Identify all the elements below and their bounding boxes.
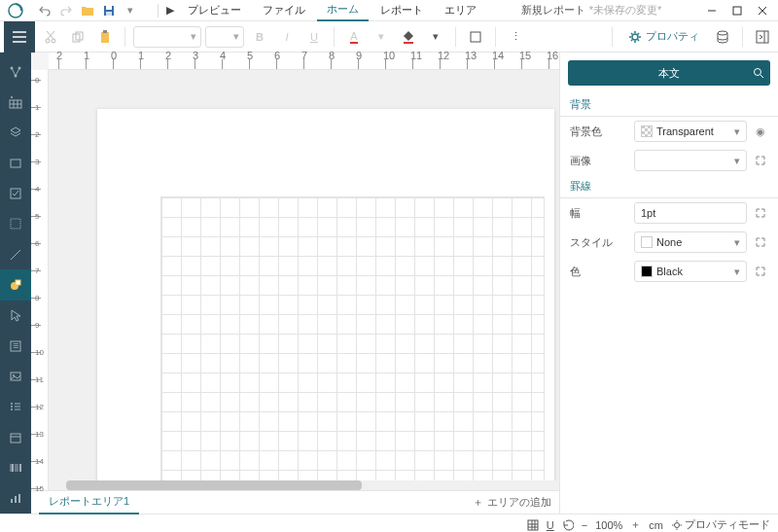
vertical-ruler: 0123456789101112131415: [31, 70, 49, 490]
expand-icon[interactable]: [753, 264, 768, 279]
tool-image[interactable]: [0, 361, 31, 391]
cut-button[interactable]: [39, 25, 62, 49]
design-canvas[interactable]: [49, 70, 559, 490]
svg-rect-15: [404, 42, 413, 44]
tool-connect[interactable]: [0, 56, 31, 87]
svg-text:≡: ≡: [13, 339, 18, 351]
copy-button[interactable]: [66, 25, 89, 49]
underline-button[interactable]: U: [302, 25, 326, 49]
black-swatch: [641, 266, 653, 277]
gear-icon: [671, 519, 683, 531]
tool-shape[interactable]: [0, 269, 31, 300]
tool-grid[interactable]: [0, 209, 31, 239]
redo-icon[interactable]: [58, 3, 74, 18]
properties-panel: 本文 背景 背景色 Transparent▾ ◉ 画像 ▾ 罫線 幅 1pt ス…: [559, 53, 778, 514]
tool-barcode[interactable]: [0, 452, 31, 482]
expand-icon[interactable]: [753, 205, 768, 221]
italic-button[interactable]: I: [275, 25, 299, 49]
style-dropdown[interactable]: None▾: [634, 231, 747, 253]
properties-header[interactable]: 本文: [568, 60, 770, 86]
tool-chart[interactable]: [0, 483, 31, 514]
menu-area[interactable]: エリア: [435, 0, 486, 20]
expand-icon[interactable]: [753, 234, 768, 250]
toolbar-separator: [742, 27, 743, 47]
bold-button[interactable]: B: [248, 25, 271, 49]
add-area-button[interactable]: ＋ エリアの追加: [473, 495, 551, 510]
svg-point-28: [11, 96, 13, 98]
maximize-button[interactable]: [725, 1, 749, 20]
tool-richtext[interactable]: ≡: [0, 331, 31, 361]
unit-label[interactable]: cm: [649, 519, 663, 531]
section-border: 罫線: [560, 175, 778, 198]
close-button[interactable]: [751, 1, 774, 20]
svg-rect-31: [11, 219, 20, 229]
more-button[interactable]: ⋮: [504, 25, 527, 49]
search-icon[interactable]: [753, 67, 764, 79]
tool-line[interactable]: [0, 239, 31, 269]
menu-separator: [158, 4, 159, 18]
collapse-panel-button[interactable]: [751, 25, 774, 49]
document-title: 新規レポート*未保存の変更*: [486, 3, 696, 18]
save-icon[interactable]: [101, 3, 117, 18]
play-icon: ▶: [164, 4, 176, 17]
grid-toggle-icon[interactable]: [527, 519, 539, 531]
area-tab-1[interactable]: レポートエリア1: [39, 490, 139, 514]
rotate-icon[interactable]: [562, 519, 574, 531]
open-folder-icon[interactable]: [80, 3, 95, 18]
svg-point-55: [755, 69, 761, 76]
tool-panel[interactable]: [0, 148, 31, 178]
minimize-button[interactable]: [700, 1, 724, 20]
hamburger-button[interactable]: [4, 21, 35, 53]
svg-rect-13: [101, 32, 109, 43]
svg-point-62: [675, 522, 680, 527]
border-button[interactable]: [464, 25, 487, 49]
app-logo: [0, 3, 31, 18]
horizontal-ruler: 21012345678910111213141516: [49, 53, 559, 70]
undo-icon[interactable]: [37, 3, 53, 18]
bgcolor-dropdown[interactable]: Transparent▾: [634, 121, 747, 142]
save-dropdown-icon[interactable]: ▾: [123, 3, 138, 18]
bgcolor-label: 背景色: [570, 124, 628, 139]
svg-line-32: [11, 250, 20, 260]
style-label: スタイル: [570, 235, 628, 250]
grid-element[interactable]: [160, 196, 545, 490]
expand-icon[interactable]: [753, 153, 768, 168]
menu-home[interactable]: ホーム: [317, 0, 369, 21]
zoom-in-button[interactable]: ＋: [630, 517, 641, 532]
tool-calendar[interactable]: [0, 422, 31, 452]
svg-point-17: [632, 34, 638, 40]
menu-report[interactable]: レポート: [371, 0, 433, 20]
tool-bullets[interactable]: [0, 392, 31, 422]
horizontal-scrollbar[interactable]: [66, 480, 559, 490]
property-mode-button[interactable]: プロパティモード: [671, 517, 770, 532]
transparent-swatch: [641, 125, 653, 137]
zoom-out-button[interactable]: −: [582, 519, 587, 531]
font-color-dropdown-icon[interactable]: ▾: [370, 25, 393, 49]
data-source-button[interactable]: [711, 25, 734, 49]
font-color-button[interactable]: A: [342, 25, 366, 49]
svg-point-43: [11, 408, 13, 410]
svg-rect-57: [528, 520, 538, 530]
fill-color-button[interactable]: [397, 25, 420, 49]
tool-table[interactable]: [0, 87, 31, 117]
bgcolor-more-icon[interactable]: ◉: [753, 124, 768, 139]
font-size-dropdown[interactable]: ▾: [205, 26, 244, 48]
font-family-dropdown[interactable]: ▾: [133, 26, 201, 48]
paste-button[interactable]: [93, 25, 117, 49]
menu-file[interactable]: ファイル: [253, 0, 315, 20]
tool-pointer[interactable]: [0, 301, 31, 331]
snap-icon[interactable]: U: [547, 519, 554, 531]
tool-checkbox[interactable]: [0, 178, 31, 208]
color-label: 色: [570, 265, 628, 279]
properties-toggle[interactable]: プロパティ: [620, 25, 707, 48]
fill-color-dropdown-icon[interactable]: ▾: [424, 25, 447, 49]
svg-point-18: [718, 31, 727, 35]
svg-rect-14: [103, 30, 107, 33]
tool-layers[interactable]: [0, 118, 31, 148]
image-dropdown[interactable]: ▾: [634, 150, 747, 171]
width-input[interactable]: 1pt: [634, 202, 747, 224]
menu-preview[interactable]: プレビュー: [178, 0, 251, 20]
svg-point-9: [46, 39, 50, 43]
color-dropdown[interactable]: Black▾: [634, 261, 747, 282]
svg-point-39: [11, 403, 13, 405]
